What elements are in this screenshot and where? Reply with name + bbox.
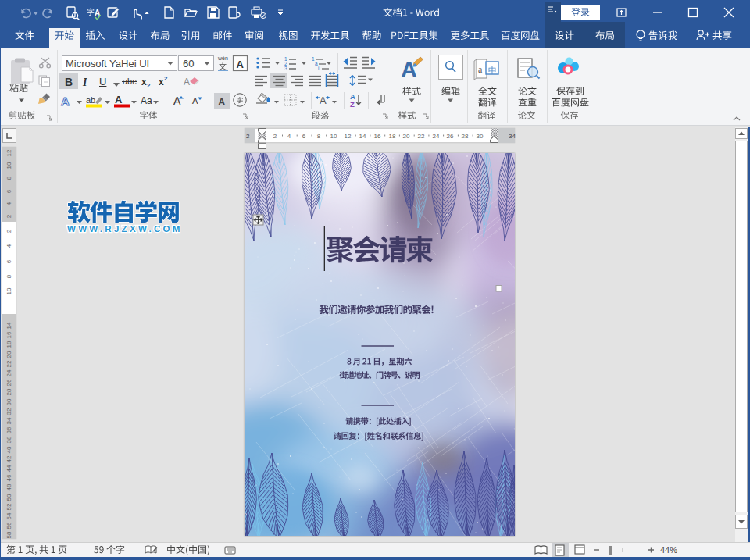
svg-text:34: 34 [5, 417, 12, 424]
svg-text:ab: ab [86, 95, 95, 105]
svg-text:36: 36 [5, 426, 12, 433]
svg-text:i: i [318, 66, 319, 71]
svg-text:44%: 44% [660, 545, 677, 555]
svg-text:52: 52 [5, 503, 12, 510]
svg-text:x: x [141, 77, 147, 87]
svg-text:22: 22 [5, 360, 12, 367]
svg-text:10: 10 [330, 133, 338, 140]
svg-text:34: 34 [509, 133, 516, 140]
svg-text:A: A [320, 95, 327, 106]
svg-text:4: 4 [288, 133, 291, 140]
svg-text:WWW.RJZXW.COM: WWW.RJZXW.COM [67, 224, 183, 234]
svg-text:x: x [159, 77, 164, 87]
svg-text:6: 6 [5, 189, 12, 193]
svg-text:6: 6 [5, 259, 12, 263]
svg-text:U: U [99, 76, 106, 87]
svg-text:A: A [237, 59, 245, 70]
svg-text:24: 24 [5, 369, 12, 376]
svg-text:10: 10 [5, 162, 12, 169]
svg-text:30: 30 [5, 398, 12, 405]
svg-text:Z: Z [350, 100, 355, 109]
svg-text:2: 2 [5, 229, 12, 233]
svg-text:12: 12 [5, 149, 12, 156]
svg-text:A: A [184, 77, 190, 87]
svg-text:Aa: Aa [141, 95, 152, 106]
svg-text:24: 24 [433, 133, 440, 140]
svg-text:2: 2 [164, 75, 168, 82]
svg-text:56: 56 [5, 522, 12, 529]
svg-text:a: a [478, 64, 483, 75]
svg-text:50: 50 [5, 494, 12, 501]
svg-text:2: 2 [147, 82, 151, 89]
svg-text:54: 54 [5, 512, 12, 519]
svg-text:44: 44 [5, 465, 12, 472]
svg-text:28: 28 [462, 133, 469, 140]
svg-text:8: 8 [5, 274, 12, 278]
svg-text:4: 4 [5, 244, 12, 248]
svg-text:A: A [218, 96, 226, 108]
svg-text:2: 2 [5, 214, 12, 218]
svg-text:A: A [192, 96, 198, 105]
svg-text:26: 26 [447, 133, 454, 140]
svg-text:I: I [82, 77, 88, 88]
svg-text:8: 8 [5, 176, 12, 180]
svg-text:16: 16 [5, 331, 12, 338]
svg-text:A: A [401, 57, 417, 82]
svg-text:14: 14 [359, 133, 366, 140]
svg-text:38: 38 [5, 436, 12, 443]
svg-text:A: A [61, 95, 70, 108]
svg-text:40: 40 [5, 446, 12, 453]
svg-text:3: 3 [284, 66, 288, 71]
svg-text:30: 30 [477, 133, 484, 140]
svg-text:B: B [65, 76, 73, 88]
svg-text:58: 58 [5, 531, 12, 538]
svg-text:32: 32 [5, 408, 12, 415]
svg-text:18: 18 [389, 133, 396, 140]
svg-text:2: 2 [246, 133, 250, 140]
svg-text:A: A [115, 94, 123, 105]
svg-text:A: A [173, 95, 181, 107]
svg-text:12: 12 [345, 133, 352, 140]
svg-text:4: 4 [5, 202, 12, 205]
svg-text:22: 22 [418, 133, 425, 140]
svg-text:26: 26 [5, 379, 12, 386]
svg-text:18: 18 [5, 341, 12, 348]
svg-text:20: 20 [403, 133, 410, 140]
svg-text:28: 28 [5, 388, 12, 395]
svg-text:14: 14 [5, 322, 12, 329]
svg-text:wén: wén [217, 55, 228, 61]
svg-text:42: 42 [5, 455, 12, 462]
svg-text:2: 2 [273, 133, 277, 140]
svg-text:46: 46 [5, 474, 12, 481]
svg-text:20: 20 [5, 351, 12, 358]
svg-text:48: 48 [5, 483, 12, 490]
svg-text:16: 16 [374, 133, 381, 140]
svg-text:6: 6 [302, 133, 306, 140]
svg-text:8: 8 [317, 133, 321, 140]
svg-text:10: 10 [5, 287, 12, 294]
